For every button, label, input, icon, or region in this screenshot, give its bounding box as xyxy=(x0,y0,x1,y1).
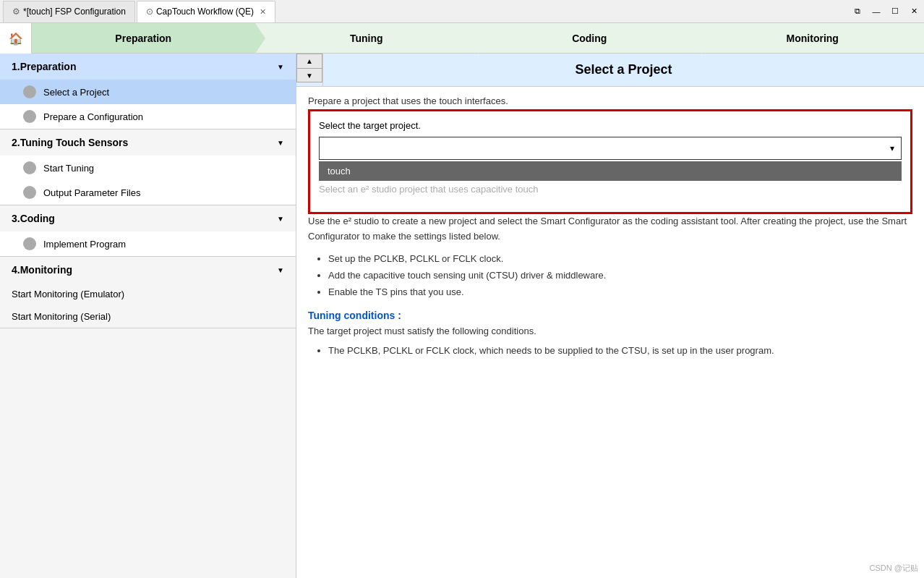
window-maximize-btn[interactable]: ☐ xyxy=(888,4,902,19)
content-description: Use the e² studio to create a new projec… xyxy=(308,214,912,245)
tab-fsp-icon: ⚙ xyxy=(12,7,20,17)
content-title: Select a Project xyxy=(575,62,672,77)
tuning-bullet-item-0: The PCLKB, PCLKL or FCLK clock, which ne… xyxy=(328,342,912,359)
sidebar-section-monitoring-header[interactable]: 4.Monitoring ▼ xyxy=(0,257,296,283)
sidebar-section-monitoring: 4.Monitoring ▼ Start Monitoring (Emulato… xyxy=(0,257,296,328)
bullet-list-tuning: The PCLKB, PCLKL or FCLK clock, which ne… xyxy=(308,342,912,359)
chevron-down-icon: ▼ xyxy=(277,63,284,71)
wizard-step-monitoring[interactable]: Monitoring xyxy=(701,23,925,53)
content-area: 1.Preparation ▼ Select a Project Prepare… xyxy=(0,54,924,578)
content-title-area: Select a Project xyxy=(323,54,924,86)
wizard-step-coding[interactable]: Coding xyxy=(478,23,701,53)
circle-icon-implement-program xyxy=(23,237,36,250)
sidebar-section-tuning-header[interactable]: 2.Tuning Touch Sensors ▼ xyxy=(0,129,296,156)
dropdown-visible-option[interactable]: touch xyxy=(319,161,902,181)
chevron-down-icon-coding: ▼ xyxy=(277,215,284,223)
tab-captouch-icon: ⊙ xyxy=(146,7,153,17)
content-body: Use the e² studio to create a new projec… xyxy=(296,214,924,379)
sidebar-item-implement-program[interactable]: Implement Program xyxy=(0,231,296,256)
wizard-step-preparation-label: Preparation xyxy=(115,33,171,44)
project-dropdown[interactable]: touch xyxy=(319,137,902,160)
sidebar-item-start-tuning-label: Start Tuning xyxy=(43,163,94,174)
watermark: CSDN @记贴 xyxy=(870,563,918,574)
content-header-bar: ▲ ▼ Select a Project xyxy=(296,54,924,87)
nav-down-button[interactable]: ▼ xyxy=(296,68,322,82)
sidebar-item-start-tuning[interactable]: Start Tuning xyxy=(0,156,296,180)
right-content: ▲ ▼ Select a Project Prepare a project t… xyxy=(296,54,924,578)
sidebar-section-monitoring-label: 4.Monitoring xyxy=(12,264,72,276)
wizard-step-preparation[interactable]: Preparation xyxy=(32,23,255,53)
window-minimize-btn[interactable]: — xyxy=(869,4,884,19)
tab-close-icon[interactable]: ✕ xyxy=(260,7,266,17)
circle-icon-prepare-config xyxy=(23,110,36,123)
wizard-step-coding-label: Coding xyxy=(572,33,607,44)
sidebar-item-prepare-config[interactable]: Prepare a Configuration xyxy=(0,104,296,129)
sidebar-section-tuning: 2.Tuning Touch Sensors ▼ Start Tuning Ou… xyxy=(0,129,296,205)
sidebar-section-preparation-header[interactable]: 1.Preparation ▼ xyxy=(0,54,296,80)
title-bar: ⚙ *[touch] FSP Configuration ⊙ CapTouch … xyxy=(0,0,924,23)
sidebar-section-coding: 3.Coding ▼ Implement Program xyxy=(0,205,296,257)
sidebar-item-select-project[interactable]: Select a Project xyxy=(0,80,296,104)
sidebar: 1.Preparation ▼ Select a Project Prepare… xyxy=(0,54,296,578)
wizard-steps: Preparation Tuning Coding Monitoring xyxy=(32,23,924,53)
nav-buttons: ▲ ▼ xyxy=(296,54,323,86)
wizard-header: 🏠 Preparation Tuning Coding Monitoring xyxy=(0,23,924,54)
wizard-step-tuning[interactable]: Tuning xyxy=(255,23,479,53)
sidebar-section-preparation: 1.Preparation ▼ Select a Project Prepare… xyxy=(0,54,296,129)
sidebar-item-start-monitoring-emulator-label: Start Monitoring (Emulator) xyxy=(12,289,124,299)
window-icon-btn[interactable]: ⧉ xyxy=(850,4,865,19)
sidebar-item-output-param[interactable]: Output Parameter Files xyxy=(0,180,296,205)
sidebar-section-coding-label: 3.Coding xyxy=(12,213,55,224)
wizard-step-tuning-label: Tuning xyxy=(350,33,383,44)
sidebar-item-output-param-label: Output Parameter Files xyxy=(43,187,140,198)
chevron-down-icon-tuning: ▼ xyxy=(277,139,284,147)
tab-captouch-label: CapTouch Workflow (QE) xyxy=(156,7,254,17)
home-button[interactable]: 🏠 xyxy=(0,23,32,54)
nav-up-button[interactable]: ▲ xyxy=(296,54,322,68)
bullet-item-1: Add the capacitive touch sensing unit (C… xyxy=(328,267,912,284)
sidebar-section-tuning-label: 2.Tuning Touch Sensors xyxy=(12,137,128,148)
main-container: 🏠 Preparation Tuning Coding Monitoring 1… xyxy=(0,23,924,578)
tab-captouch[interactable]: ⊙ CapTouch Workflow (QE) ✕ xyxy=(137,1,275,22)
circle-icon-select-project xyxy=(23,85,36,98)
sidebar-section-coding-header[interactable]: 3.Coding ▼ xyxy=(0,205,296,231)
dropdown-area: Select the target project. touch ▾ touch… xyxy=(308,109,912,214)
content-padding-top: Prepare a project that uses the touch in… xyxy=(296,87,924,109)
window-controls: ⧉ — ☐ ✕ xyxy=(850,4,921,19)
sidebar-item-start-monitoring-serial-label: Start Monitoring (Serial) xyxy=(12,311,111,322)
circle-icon-output-param xyxy=(23,186,36,199)
dropdown-wrapper: touch ▾ xyxy=(319,137,902,160)
content-intro: Prepare a project that uses the touch in… xyxy=(308,87,912,109)
sidebar-item-select-project-label: Select a Project xyxy=(43,87,109,98)
bullet-list-setup: Set up the PCLKB, PCLKL or FCLK clock. A… xyxy=(308,250,912,301)
chevron-down-icon-monitoring: ▼ xyxy=(277,266,284,274)
partial-visible-text: Select an e² studio project that uses ca… xyxy=(319,181,902,197)
wizard-step-monitoring-label: Monitoring xyxy=(787,33,839,44)
tab-fsp-label: *[touch] FSP Configuration xyxy=(23,7,126,17)
tuning-conditions-title: Tuning conditions : xyxy=(308,310,912,321)
content-scroll[interactable]: Prepare a project that uses the touch in… xyxy=(296,87,924,578)
sidebar-item-start-monitoring-serial[interactable]: Start Monitoring (Serial) xyxy=(0,305,296,328)
sidebar-item-implement-program-label: Implement Program xyxy=(43,239,126,250)
tuning-conditions-desc: The target project must satisfy the foll… xyxy=(308,326,912,336)
bullet-item-0: Set up the PCLKB, PCLKL or FCLK clock. xyxy=(328,250,912,267)
sidebar-item-start-monitoring-emulator[interactable]: Start Monitoring (Emulator) xyxy=(0,283,296,305)
tab-fsp[interactable]: ⚙ *[touch] FSP Configuration xyxy=(3,1,135,22)
sidebar-item-prepare-config-label: Prepare a Configuration xyxy=(43,111,143,122)
window-close-btn[interactable]: ✕ xyxy=(907,4,921,19)
sidebar-section-preparation-label: 1.Preparation xyxy=(12,61,76,72)
bullet-item-2: Enable the TS pins that you use. xyxy=(328,284,912,300)
dropdown-label: Select the target project. xyxy=(319,120,902,131)
circle-icon-start-tuning xyxy=(23,161,36,174)
